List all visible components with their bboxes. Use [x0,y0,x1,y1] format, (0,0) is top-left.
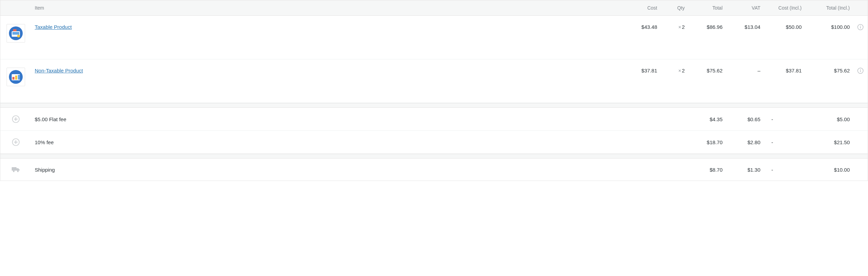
svg-point-23 [13,171,15,172]
header-cost: Cost [623,5,661,11]
line-item-row: Taxable Product $43.48 ×2 $86.96 $13.04 … [0,16,868,59]
section-divider [0,154,868,159]
shipping-vat: $1.30 [726,167,764,173]
fee-total-incl: $21.50 [805,139,853,145]
product-info-cell [853,24,868,30]
fee-total-incl: $5.00 [805,116,853,122]
product-link[interactable]: Taxable Product [35,24,72,30]
shipping-name: Shipping [31,167,623,173]
product-vat: – [726,68,764,73]
qty-value: 2 [682,24,685,30]
svg-rect-3 [13,29,17,31]
line-item-row: Non-Taxable Product $37.81 ×2 $75.62 – $… [0,59,868,103]
svg-rect-7 [860,27,861,29]
svg-rect-12 [18,75,20,80]
header-vat: VAT [726,5,764,11]
header-total: Total [688,5,726,11]
product-thumb-cell [0,24,31,43]
shipping-row: Shipping $8.70 $1.30 - $10.00 [0,159,868,181]
product-info-cell [853,68,868,74]
svg-rect-11 [15,76,17,80]
product-name-cell: Non-Taxable Product [31,68,623,73]
shipping-total: $8.70 [688,167,726,173]
product-qty: ×2 [661,68,688,73]
section-divider [0,103,868,108]
fee-icon-cell [0,115,31,123]
product-thumbnail[interactable] [7,68,25,86]
product-vat: $13.04 [726,24,764,30]
shipping-total-incl: $10.00 [805,167,853,173]
fee-name: 10% fee [31,139,623,145]
shipping-icon-cell [0,166,31,173]
info-icon[interactable] [857,68,864,74]
product-image-icon [8,26,23,41]
fee-name: $5.00 Flat fee [31,116,623,122]
plus-circle-icon [12,115,20,123]
plus-circle-icon [12,138,20,146]
fee-icon-cell [0,138,31,146]
svg-point-4 [17,35,20,37]
qty-value: 2 [682,68,685,73]
product-total: $75.62 [688,68,726,73]
product-cost-incl: $50.00 [764,24,805,30]
fee-vat: $2.80 [726,139,764,145]
svg-point-6 [860,26,861,26]
truck-icon [11,166,20,173]
order-items-table: Item Cost Qty Total VAT Cost (Incl.) Tot… [0,0,868,181]
svg-rect-22 [12,167,17,171]
fee-cost-incl: - [764,116,805,122]
fee-row: 10% fee $18.70 $2.80 - $21.50 [0,131,868,154]
fee-total: $4.35 [688,116,726,122]
product-cost: $43.48 [623,24,661,30]
svg-rect-15 [860,70,861,72]
product-thumb-cell [0,68,31,86]
fee-row: $5.00 Flat fee $4.35 $0.65 - $5.00 [0,108,868,131]
product-total-incl: $75.62 [805,68,853,73]
fee-cost-incl: - [764,139,805,145]
product-thumbnail[interactable] [7,24,25,43]
product-name-cell: Taxable Product [31,24,623,30]
header-total-incl: Total (Incl.) [805,5,853,11]
header-item: Item [31,5,623,11]
product-qty: ×2 [661,24,688,30]
svg-point-24 [17,171,19,172]
shipping-cost-incl: - [764,167,805,173]
svg-rect-2 [12,32,19,35]
qty-prefix: × [678,68,681,73]
fee-total: $18.70 [688,139,726,145]
qty-prefix: × [678,24,681,30]
product-link[interactable]: Non-Taxable Product [35,68,83,73]
header-cost-incl: Cost (Incl.) [764,5,805,11]
product-image-icon [8,69,23,84]
product-total: $86.96 [688,24,726,30]
table-header: Item Cost Qty Total VAT Cost (Incl.) Tot… [0,0,868,16]
header-qty: Qty [661,5,688,11]
product-cost-incl: $37.81 [764,68,805,73]
product-total-incl: $100.00 [805,24,853,30]
fee-vat: $0.65 [726,116,764,122]
info-icon[interactable] [857,24,864,30]
product-cost: $37.81 [623,68,661,73]
svg-point-14 [860,69,861,70]
svg-rect-10 [12,77,14,80]
